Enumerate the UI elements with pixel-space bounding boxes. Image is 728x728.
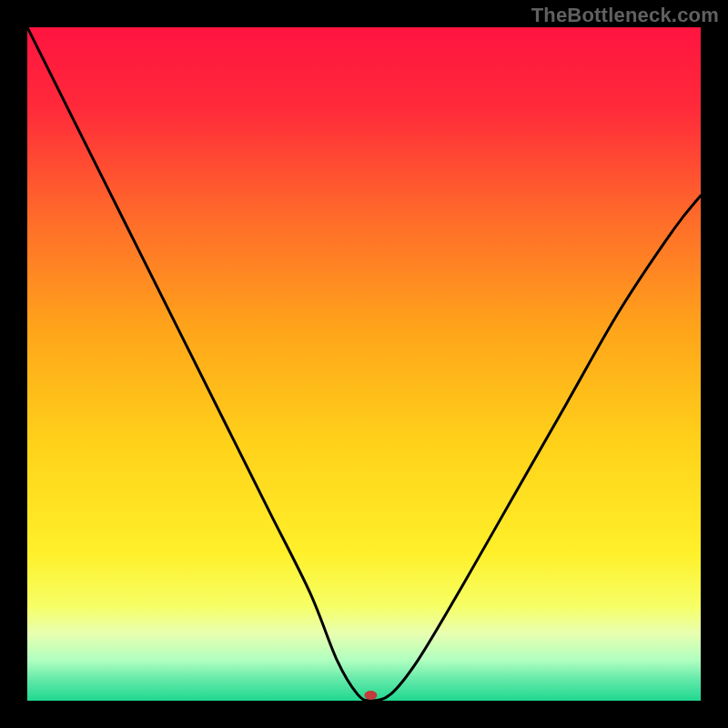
- chart-svg: [27, 27, 701, 701]
- plot-area: [27, 27, 701, 701]
- attribution-text: TheBottleneck.com: [531, 4, 719, 27]
- gradient-rect: [27, 27, 701, 701]
- chart-frame: TheBottleneck.com: [0, 0, 728, 728]
- optimum-marker: [364, 691, 377, 700]
